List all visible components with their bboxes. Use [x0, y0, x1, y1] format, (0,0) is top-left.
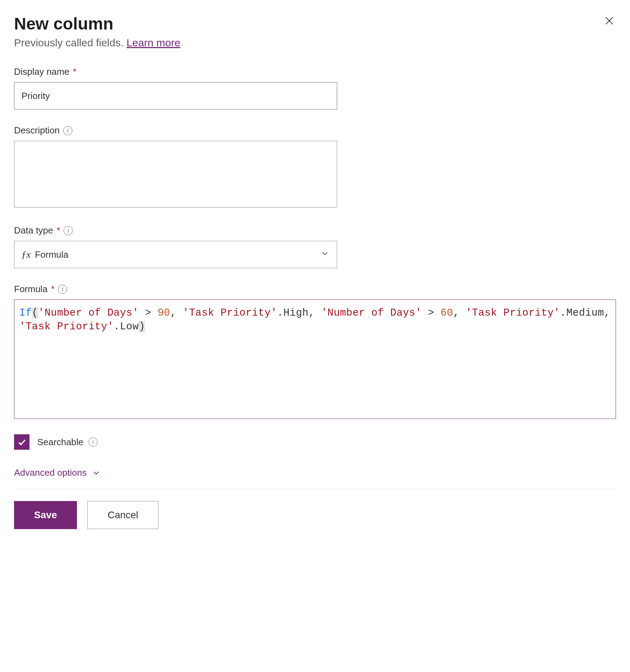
formula-token-op: , [604, 307, 610, 319]
formula-editor[interactable]: If('Number of Days' > 90, 'Task Priority… [14, 299, 616, 419]
formula-token-plain [422, 307, 428, 319]
formula-token-str: 'Number of Days' [38, 307, 139, 319]
panel-title: New column [14, 14, 181, 33]
save-button[interactable]: Save [14, 501, 77, 529]
info-icon[interactable]: i [64, 226, 73, 235]
info-icon[interactable]: i [58, 285, 67, 294]
description-input[interactable] [14, 141, 337, 207]
display-name-label: Display name * [14, 66, 616, 77]
formula-token-str: 'Task Priority' [183, 307, 277, 319]
formula-token-op: , [309, 307, 315, 319]
formula-token-func: If [19, 307, 32, 319]
required-indicator: * [51, 284, 54, 295]
formula-token-plain [151, 307, 158, 319]
formula-token-plain: .Low [114, 321, 139, 332]
formula-token-paren: ( [32, 307, 38, 319]
formula-label-text: Formula [14, 284, 47, 295]
info-icon[interactable]: i [63, 126, 72, 135]
formula-token-plain [315, 307, 321, 319]
required-indicator: * [73, 66, 77, 77]
formula-token-paren: ) [139, 321, 145, 332]
formula-token-plain [434, 307, 441, 319]
formula-token-str: 'Task Priority' [466, 307, 560, 319]
formula-fx-icon: ƒx [21, 249, 31, 260]
panel-subtitle: Previously called fields. Learn more [14, 37, 181, 49]
data-type-select[interactable]: ƒx Formula [14, 241, 337, 268]
advanced-options-toggle[interactable]: Advanced options [14, 467, 616, 478]
formula-token-plain [177, 307, 183, 319]
formula-token-str: 'Number of Days' [321, 307, 421, 319]
formula-label: Formula * i [14, 284, 616, 295]
subtitle-text: Previously called fields. [14, 37, 126, 48]
formula-token-op: > [428, 307, 434, 319]
data-type-label-text: Data type [14, 225, 53, 236]
learn-more-link[interactable]: Learn more [126, 37, 180, 48]
formula-token-plain: .Medium [560, 307, 604, 319]
display-name-input[interactable] [14, 82, 337, 110]
formula-token-plain: .High [277, 307, 309, 319]
cancel-button[interactable]: Cancel [87, 501, 158, 529]
divider [14, 489, 616, 489]
formula-token-num: 90 [158, 307, 170, 319]
data-type-selected: Formula [35, 249, 320, 260]
formula-token-plain [139, 307, 145, 319]
description-label-text: Description [14, 125, 60, 136]
formula-token-num: 60 [441, 307, 453, 319]
data-type-label: Data type * i [14, 225, 616, 236]
formula-token-op: > [145, 307, 151, 319]
info-icon[interactable]: i [88, 437, 98, 447]
formula-token-op: , [170, 307, 177, 319]
description-label: Description i [14, 125, 616, 136]
searchable-label: Searchable i [37, 437, 98, 448]
formula-token-str: 'Task Priority' [19, 321, 114, 332]
close-icon[interactable] [603, 14, 616, 29]
searchable-label-text: Searchable [37, 437, 84, 448]
formula-token-plain [459, 307, 466, 319]
chevron-down-icon [320, 249, 330, 261]
display-name-label-text: Display name [14, 66, 70, 77]
chevron-down-icon [92, 468, 101, 477]
required-indicator: * [57, 225, 60, 236]
advanced-options-label: Advanced options [14, 467, 87, 478]
searchable-checkbox[interactable] [14, 434, 29, 450]
formula-token-op: , [453, 307, 459, 319]
